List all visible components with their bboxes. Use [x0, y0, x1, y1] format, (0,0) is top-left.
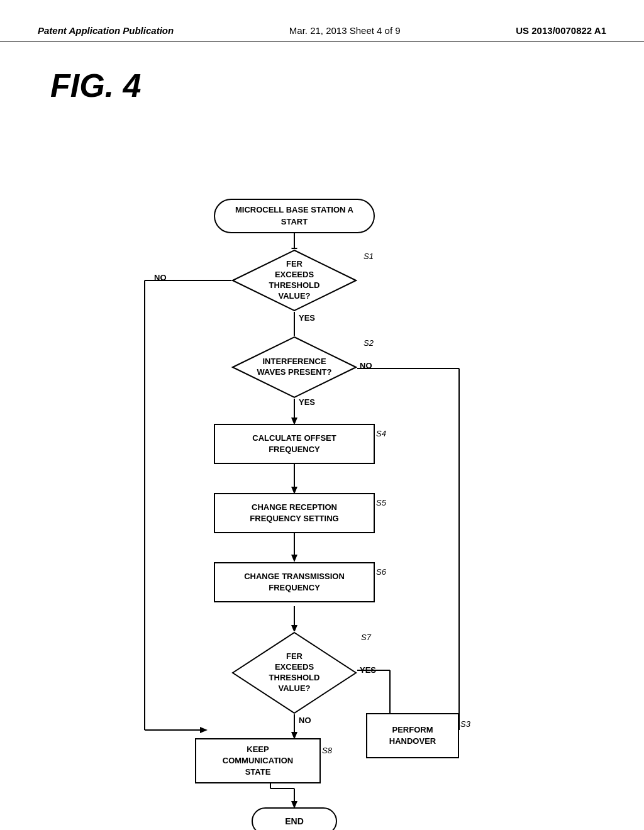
s3-node: PERFORMHANDOVER: [366, 713, 459, 758]
s1-no-label: NO: [154, 273, 167, 282]
s2-no-label: NO: [360, 361, 372, 370]
s4-step-label: S4: [376, 429, 386, 438]
s5-step-label: S5: [376, 498, 386, 507]
s7-step-label: S7: [361, 633, 371, 642]
s5-node: CHANGE RECEPTIONFREQUENCY SETTING: [214, 493, 375, 533]
s2-diamond: INTERFERENCEWAVES PRESENT?: [231, 336, 357, 399]
header-publication-label: Patent Application Publication: [38, 25, 174, 36]
s2-label: INTERFERENCEWAVES PRESENT?: [257, 357, 332, 377]
svg-marker-7: [200, 727, 208, 733]
s7-label: FEREXCEEDS THRESHOLDVALUE?: [269, 651, 320, 693]
s4-node: CALCULATE OFFSETFREQUENCY: [214, 424, 375, 464]
s2-step-label: S2: [364, 338, 374, 348]
s4-label: CALCULATE OFFSETFREQUENCY: [252, 433, 336, 455]
figure-label: FIG. 4: [50, 67, 644, 104]
s7-no-label: NO: [299, 716, 311, 725]
s7-yes-label: YES: [360, 665, 376, 675]
s5-label: CHANGE RECEPTIONFREQUENCY SETTING: [250, 502, 338, 524]
s6-node: CHANGE TRANSMISSIONFREQUENCY: [214, 562, 375, 602]
s1-yes-label: YES: [299, 313, 315, 323]
s8-label: KEEPCOMMUNICATIONSTATE: [223, 744, 293, 778]
s3-label: PERFORMHANDOVER: [389, 724, 436, 747]
start-label: MICROCELL BASE STATION ASTART: [235, 204, 353, 227]
header-date-sheet: Mar. 21, 2013 Sheet 4 of 9: [289, 25, 401, 36]
end-node: END: [252, 807, 337, 830]
s8-step-label: S8: [322, 746, 332, 755]
end-label: END: [285, 816, 304, 826]
s1-step-label: S1: [364, 252, 374, 261]
svg-marker-17: [291, 555, 297, 562]
s8-node: KEEPCOMMUNICATIONSTATE: [195, 738, 321, 783]
flowchart-diagram: MICROCELL BASE STATION ASTART FEREXCEEDS…: [0, 111, 644, 830]
s6-step-label: S6: [376, 567, 386, 577]
start-node: MICROCELL BASE STATION ASTART: [214, 199, 375, 233]
header-patent-number: US 2013/0070822 A1: [516, 25, 606, 36]
s1-diamond: FEREXCEEDS THRESHOLDVALUE?: [231, 249, 357, 312]
s2-yes-label: YES: [299, 397, 315, 407]
s7-diamond: FEREXCEEDS THRESHOLDVALUE?: [231, 631, 357, 714]
s3-step-label: S3: [460, 719, 470, 729]
s6-label: CHANGE TRANSMISSIONFREQUENCY: [244, 571, 345, 594]
page-header: Patent Application Publication Mar. 21, …: [0, 0, 644, 42]
s1-label: FEREXCEEDS THRESHOLDVALUE?: [269, 259, 320, 301]
page: Patent Application Publication Mar. 21, …: [0, 0, 644, 830]
